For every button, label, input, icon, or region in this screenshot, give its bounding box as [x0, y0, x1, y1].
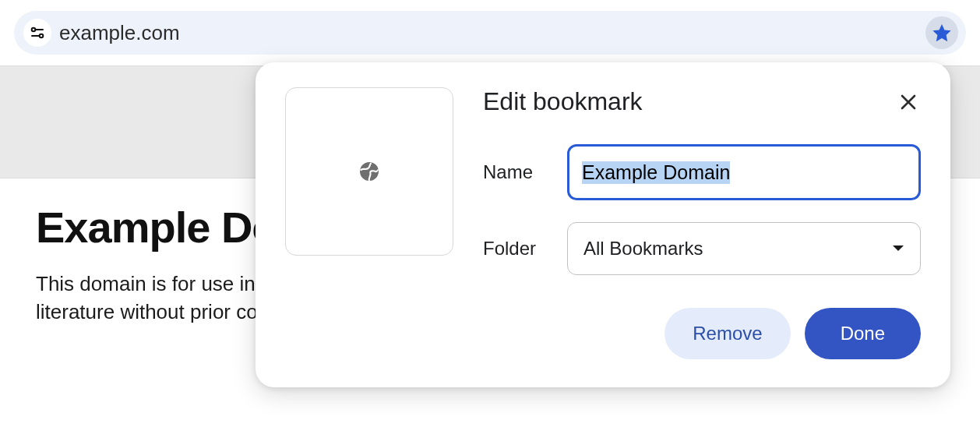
- close-button[interactable]: [896, 90, 921, 115]
- remove-button[interactable]: Remove: [664, 308, 790, 359]
- globe-icon: [357, 159, 382, 184]
- edit-bookmark-dialog: Edit bookmark Name Example Domain Folder: [256, 62, 950, 387]
- done-button[interactable]: Done: [805, 308, 921, 359]
- name-input[interactable]: Example Domain: [567, 144, 921, 200]
- url-text[interactable]: example.com: [59, 21, 925, 45]
- chevron-down-icon: [892, 245, 904, 253]
- bookmark-thumbnail: [285, 87, 453, 256]
- address-bar[interactable]: example.com: [14, 11, 966, 55]
- star-filled-icon: [931, 22, 953, 44]
- site-controls-button[interactable]: [23, 19, 51, 47]
- folder-select[interactable]: All Bookmarks: [567, 222, 921, 275]
- dialog-title: Edit bookmark: [483, 87, 643, 116]
- svg-point-3: [40, 34, 44, 38]
- address-bar-region: example.com: [0, 0, 980, 65]
- name-input-value: Example Domain: [582, 161, 730, 184]
- folder-select-value: All Bookmarks: [583, 238, 703, 260]
- bookmark-star-button[interactable]: [925, 16, 958, 49]
- close-icon: [900, 94, 917, 111]
- svg-point-0: [32, 28, 36, 32]
- folder-label: Folder: [483, 238, 567, 260]
- name-label: Name: [483, 161, 567, 183]
- site-controls-icon: [30, 25, 45, 41]
